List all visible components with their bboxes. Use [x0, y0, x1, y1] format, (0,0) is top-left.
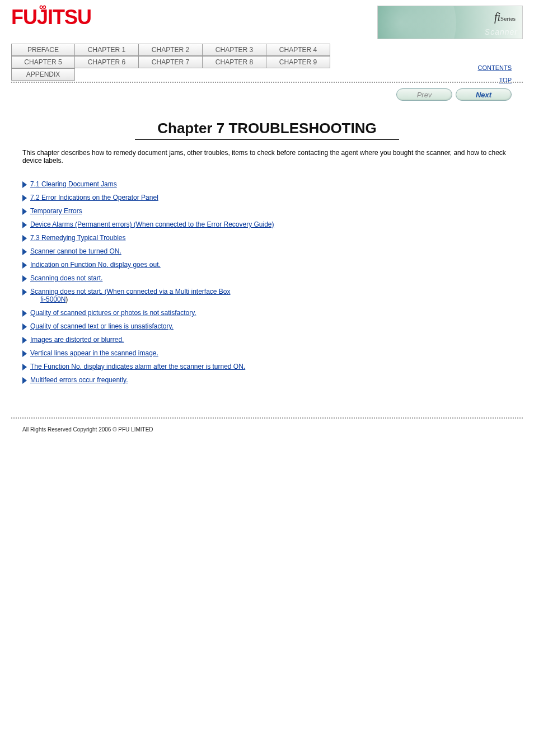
infinity-mark: ∞ — [39, 1, 46, 13]
tab-chapter-3[interactable]: CHAPTER 3 — [203, 44, 266, 56]
link-text-quality[interactable]: Quality of scanned text or lines is unsa… — [30, 322, 174, 330]
bullet-icon — [22, 310, 27, 317]
link-device-alarms[interactable]: Device Alarms (Permanent errors) (When c… — [30, 220, 274, 228]
link-vertical-lines[interactable]: Vertical lines appear in the scanned ima… — [30, 349, 158, 357]
chapter-intro: This chapter describes how to remedy doc… — [0, 145, 534, 175]
link-scanner-on[interactable]: Scanner cannot be turned ON. — [30, 247, 121, 255]
tab-chapter-8[interactable]: CHAPTER 8 — [203, 56, 266, 68]
link-7-1[interactable]: 7.1 Clearing Document Jams — [30, 180, 117, 188]
tab-appendix[interactable]: APPENDIX — [11, 68, 75, 81]
link-picture-quality[interactable]: Quality of scanned pictures or photos is… — [30, 309, 196, 317]
link-temporary-errors[interactable]: Temporary Errors — [30, 207, 82, 215]
bullet-icon — [22, 235, 27, 242]
bullet-icon — [22, 222, 27, 228]
bullet-icon — [22, 262, 27, 269]
bullet-icon — [22, 208, 27, 215]
bullet-icon — [22, 289, 27, 295]
link-alarm-after-on[interactable]: The Function No. display indicates alarm… — [30, 363, 245, 370]
bullet-icon — [22, 337, 27, 344]
tab-chapter-6[interactable]: CHAPTER 6 — [75, 56, 139, 68]
tab-chapter-1[interactable]: CHAPTER 1 — [75, 44, 139, 56]
link-function-display[interactable]: Indication on Function No. display goes … — [30, 261, 161, 269]
bullet-icon — [22, 275, 27, 282]
tab-chapter-5[interactable]: CHAPTER 5 — [11, 56, 75, 68]
tab-preface[interactable]: PREFACE — [11, 44, 75, 56]
bullet-icon — [22, 248, 27, 255]
link-multifeed[interactable]: Multifeed errors occur frequently. — [30, 376, 128, 384]
bullet-icon — [22, 364, 27, 370]
bullet-icon — [22, 181, 27, 188]
link-distorted[interactable]: Images are distorted or blurred. — [30, 336, 124, 344]
prev-button[interactable]: Prev — [396, 88, 452, 101]
separator — [11, 417, 523, 419]
bullet-icon — [22, 323, 27, 330]
topic-links: 7.1 Clearing Document Jams 7.2 Error Ind… — [0, 180, 534, 412]
link-7-2[interactable]: 7.2 Error Indications on the Operator Pa… — [30, 194, 158, 201]
link-7-3[interactable]: 7.3 Remedying Typical Troubles — [30, 234, 126, 242]
tab-chapter-7[interactable]: CHAPTER 7 — [139, 56, 203, 68]
bullet-icon — [22, 195, 27, 201]
top-link[interactable]: TOP — [499, 77, 512, 83]
tab-chapter-4[interactable]: CHAPTER 4 — [266, 44, 330, 56]
chapter-tabs: PREFACE CHAPTER 1 CHAPTER 2 CHAPTER 3 CH… — [11, 44, 523, 83]
fujitsu-logo: ∞ FUJITSU — [11, 6, 91, 29]
bullet-icon — [22, 350, 27, 357]
link-scan-not-start[interactable]: Scanning does not start. — [30, 274, 102, 282]
contents-link[interactable]: CONTENTS — [478, 64, 512, 71]
next-button[interactable]: Next — [456, 88, 512, 101]
link-scan-not-start-multi[interactable]: Scanning does not start. (When connected… — [30, 288, 231, 295]
bullet-icon — [22, 377, 27, 384]
fi-series-banner: fiSeries Scanner — [377, 6, 523, 39]
link-suffix: ) — [65, 295, 68, 303]
tab-chapter-2[interactable]: CHAPTER 2 — [139, 44, 203, 56]
link-fi-5000n[interactable]: fi-5000N — [40, 295, 65, 303]
copyright-footer: All Rights Reserved Copyright 2006 © PFU… — [0, 424, 534, 449]
tab-chapter-9[interactable]: CHAPTER 9 — [266, 56, 330, 68]
chapter-title: Chapter 7 TROUBLESHOOTING — [135, 120, 399, 140]
